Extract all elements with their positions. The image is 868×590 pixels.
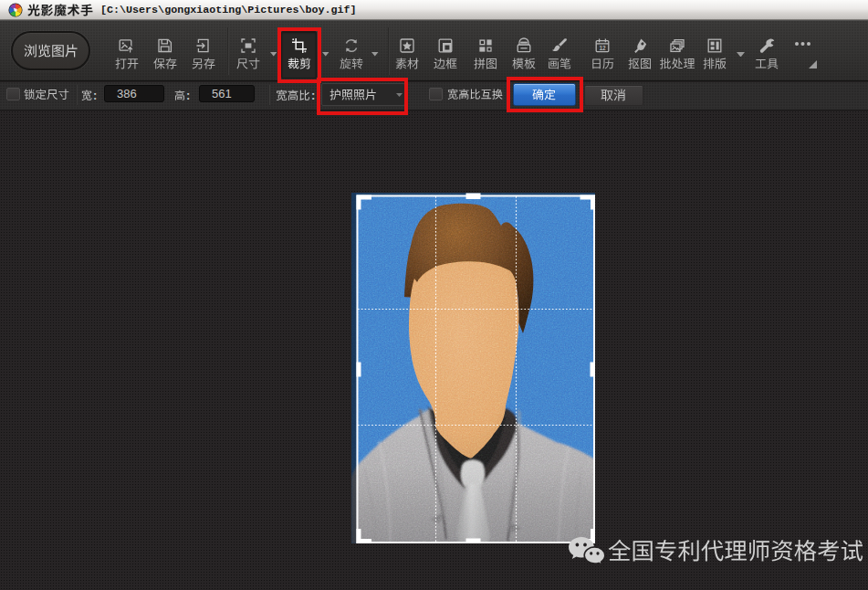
svg-text:12: 12 (599, 45, 606, 51)
